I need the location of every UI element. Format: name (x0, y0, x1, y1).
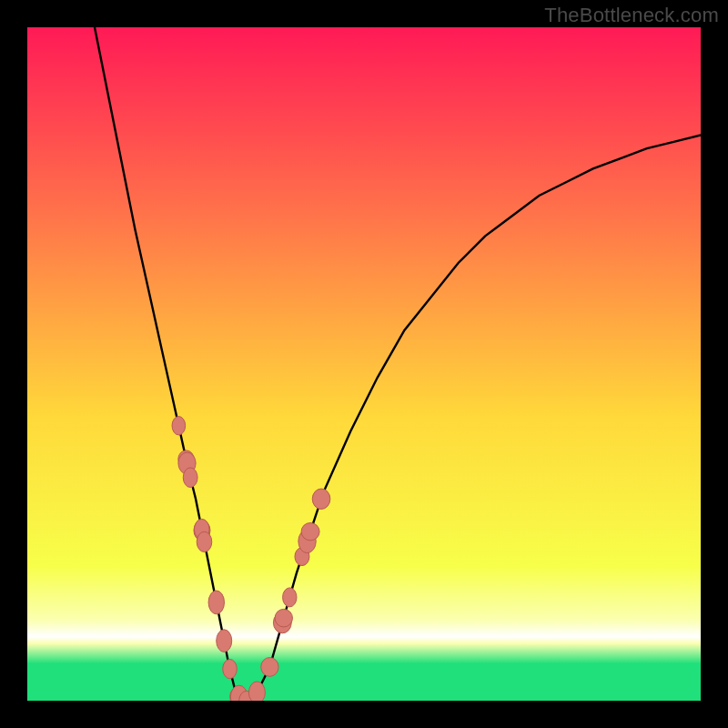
plot-area (27, 27, 701, 711)
bottleneck-chart (0, 0, 728, 728)
data-point (223, 659, 238, 678)
data-point (248, 682, 265, 703)
watermark-text: TheBottleneck.com (544, 4, 719, 27)
gradient-background (27, 27, 701, 701)
data-point (217, 630, 232, 652)
chart-stage: TheBottleneck.com (0, 0, 728, 728)
data-point (183, 468, 197, 488)
data-point (208, 591, 224, 614)
data-point (261, 658, 278, 677)
data-point (283, 588, 297, 607)
data-point (301, 522, 319, 540)
data-point (197, 531, 212, 551)
data-point (312, 489, 330, 509)
data-point (172, 417, 186, 435)
data-point (275, 609, 292, 627)
